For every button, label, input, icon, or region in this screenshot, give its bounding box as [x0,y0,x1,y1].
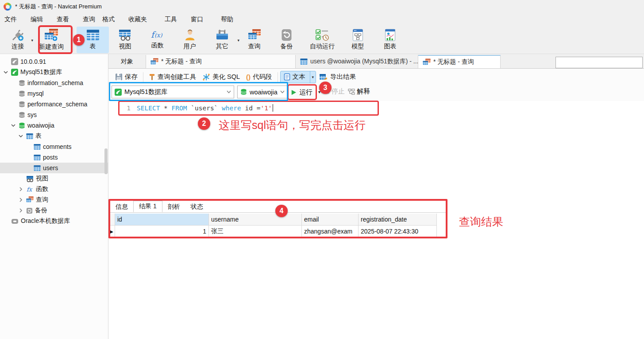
result-tab-2[interactable]: 剖析 [162,201,185,212]
document-tab-label: users @woaiwojia (Mysql51数据库) - ... [310,58,418,66]
tree-spacer [3,218,9,224]
tree-item-sys[interactable]: sys [0,109,108,120]
query-icon [248,29,261,41]
result-tab-3[interactable]: 状态 [185,201,208,212]
sidebar-scrollbar[interactable] [104,148,108,174]
database-gray-icon [19,101,25,108]
tree-item-users[interactable]: users [0,163,108,173]
toolbar-button-others[interactable]: ▾其它 [206,27,238,53]
chevron-down-icon[interactable] [18,133,24,139]
beautify-sql-button[interactable]: 美化 SQL [199,71,243,83]
toolbar-button-model[interactable]: 模型 [342,27,374,53]
navicat-window: * 无标题 - 查询 - Navicat Premium 文件编辑查看查询格式收… [0,0,644,339]
chevron-down-icon[interactable] [3,69,9,75]
column-header-id[interactable]: id [115,214,209,226]
tree-item-woaiwojia[interactable]: woaiwojia [0,120,108,131]
database-gray-icon [19,112,25,118]
connection-select-value: Mysql51数据库 [124,88,168,96]
chevron-down-icon [227,90,231,94]
chevron-down-icon[interactable]: ▾ [310,71,316,83]
chevron-down-icon[interactable] [10,122,16,129]
query-builder-icon [149,73,155,81]
document-tab-1[interactable]: * 无标题 - 查询 [146,55,296,68]
menu-item-8[interactable]: 帮助 [221,16,233,23]
toolbar-button-query[interactable]: 查询 [238,27,270,53]
toolbar-button-chart[interactable]: 图表 [374,27,406,53]
tree-item-10.0.0.91[interactable]: 10.0.0.91 [0,56,108,67]
result-tab-0[interactable]: 信息 [110,201,133,212]
toolbar-button-view[interactable]: 视图 [109,27,141,53]
menu-item-6[interactable]: 工具 [165,16,177,23]
menu-bar: 文件编辑查看查询格式收藏夹工具窗口帮助 [0,13,644,26]
tree-item-mysql[interactable]: mysql [0,88,108,99]
tree-item-表[interactable]: 表 [0,131,108,141]
toolbar-label: 查询 [248,43,261,51]
column-header-registration_date[interactable]: registration_date [359,214,437,226]
plug-icon [11,29,24,41]
sql-editor[interactable]: 1 SELECT * FROM `users` where id ='1' [108,101,644,199]
connection-select[interactable]: Mysql51数据库 [112,86,234,98]
export-result-button[interactable]: 导出结果 [316,71,359,83]
export-result-icon [319,73,328,81]
row-marker[interactable]: ▶ [108,226,115,238]
menu-item-5[interactable]: 收藏夹 [128,16,147,23]
menu-item-1[interactable]: 编辑 [31,16,43,23]
tree-item-Mysql51数据库[interactable]: Mysql51数据库 [0,67,108,78]
document-tab-label: 对象 [121,58,133,66]
tree-item-视图[interactable]: 视图 [0,173,108,184]
column-header-username[interactable]: username [209,214,302,226]
tree-item-备份[interactable]: 备份 [0,205,108,216]
table-cell[interactable]: 1 [115,226,209,238]
toolbar-button-backup[interactable]: 备份 [270,27,303,53]
toolbar-button-user[interactable]: 用户 [174,27,206,53]
menu-item-0[interactable]: 文件 [4,16,17,23]
query-builder-button[interactable]: 查询创建工具 [146,71,199,83]
menu-item-7[interactable]: 窗口 [191,16,203,23]
tree-item-information_schema[interactable]: information_schema [0,78,108,88]
toolbar-label: 自动运行 [310,43,335,51]
tree-item-查询[interactable]: 查询 [0,195,108,205]
document-tab-3[interactable]: * 无标题 - 查询 [418,55,501,68]
code-snippet-button[interactable]: () 代码段 [243,71,275,83]
tools-icon [216,29,229,41]
run-button[interactable]: 运行 [290,86,312,98]
tree-item-Oracle本机数据库[interactable]: Oracle本机数据库 [0,216,108,226]
chevron-right-icon[interactable] [18,207,24,214]
database-select-value: woaiwojia [250,89,278,96]
search-input[interactable] [555,57,643,68]
menu-item-3[interactable]: 查询 [83,16,95,23]
toolbar-button-automation[interactable]: 自动运行 [303,27,342,53]
table-row[interactable]: ▶1张三zhangsan@exam2025-08-07 22:43:30 [108,226,437,238]
toolbar-button-function[interactable]: f(x)函数 [141,27,174,53]
table-icon [86,29,100,41]
save-button[interactable]: 保存 [112,71,141,83]
tree-spacer [18,175,24,182]
table-small-icon [34,154,41,161]
tree-item-comments[interactable]: comments [0,141,108,152]
explain-icon [348,88,355,95]
menu-item-2[interactable]: 查看 [57,16,69,23]
column-header-email[interactable]: email [302,214,359,226]
document-tab-0[interactable]: 对象 [108,55,146,68]
table-cell[interactable]: zhangsan@exam [302,226,359,238]
chevron-right-icon[interactable] [18,197,24,203]
text-view-button[interactable]: 文本 ▾ [280,71,316,83]
tree-item-posts[interactable]: posts [0,152,108,163]
explain-button[interactable]: 解释 [348,87,370,96]
document-tab-2[interactable]: users @woaiwojia (Mysql51数据库) - ... [296,55,418,68]
tree-item-label: comments [43,143,72,150]
table-cell[interactable]: 张三 [209,226,302,238]
table-small-icon [34,165,41,171]
tree-item-label: 表 [35,132,42,140]
tree-item-函数[interactable]: fx函数 [0,184,108,195]
chevron-right-icon[interactable] [18,186,24,192]
menu-item-4[interactable]: 格式 [102,16,115,23]
table-cell[interactable]: 2025-08-07 22:43:30 [359,226,437,238]
toolbar-label: 连接 [12,43,24,51]
toolbar-button-connection[interactable]: ▾连接 [4,27,32,53]
result-tab-1[interactable]: 结果 1 [133,201,162,212]
database-select[interactable]: woaiwojia [237,86,288,98]
tree-spacer [25,144,31,150]
tree-item-performance_schema[interactable]: performance_schema [0,99,108,109]
toolbar-button-new-query[interactable]: 新建查询 [32,27,71,53]
